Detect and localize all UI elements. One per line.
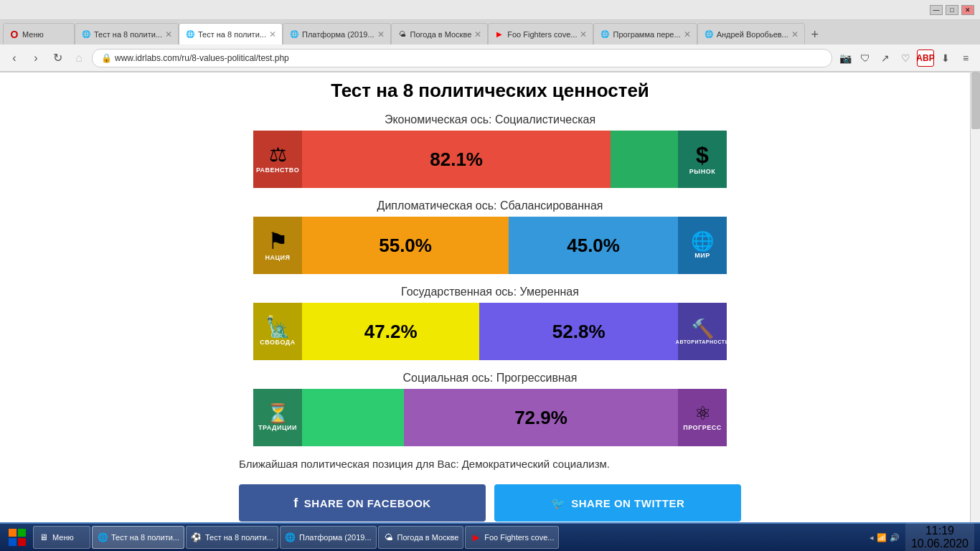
address-input[interactable]: 🔒 www.idrlabs.com/ru/8-values-political/… — [92, 49, 832, 67]
taskbar-test2-label: Тест на 8 полити... — [205, 533, 273, 542]
freedom-name: СВОБОДА — [260, 339, 296, 346]
tab-5[interactable]: ▶ Foo Fighters cove... ✕ — [488, 23, 593, 44]
reload-button[interactable]: ↻ — [49, 50, 66, 67]
opera-menu-tab[interactable]: O Меню — [3, 23, 75, 44]
taskbar-item-desktop[interactable]: 🖥 Меню — [33, 526, 90, 549]
nation-bar-segment: 55.0% — [302, 217, 509, 274]
progress-bar-segment: 72.9% — [404, 389, 678, 446]
taskbar-test1-label: Тест на 8 полити... — [111, 533, 179, 542]
tab-6[interactable]: 🌐 Программа пере... ✕ — [593, 23, 697, 44]
camera-icon[interactable]: 📷 — [837, 50, 854, 67]
progress-pct: 72.9% — [514, 407, 567, 429]
tab2-close[interactable]: ✕ — [269, 29, 276, 39]
tab-2-active[interactable]: 🌐 Тест на 8 полити... ✕ — [179, 23, 283, 44]
taskbar-right: ◂ 📶 🔊 11:19 10.06.2020 — [870, 523, 977, 551]
taskbar-item-platform[interactable]: 🌐 Платформа (2019... — [280, 526, 377, 549]
new-tab-button[interactable]: + — [805, 24, 825, 44]
progress-icon-box: ⚛ ПРОГРЕСС — [678, 389, 727, 446]
equality-symbol: ⚖ — [269, 145, 287, 165]
svg-rect-3 — [18, 538, 26, 546]
equality-name: РАВЕНСТВО — [256, 166, 299, 174]
share-facebook-button[interactable]: f SHARE ON FACEBOOK — [239, 484, 486, 522]
diplomatic-axis-label: Дипломатическая ось: Сбалансированная — [22, 199, 958, 212]
nation-name: НАЦИЯ — [265, 254, 290, 261]
tab5-close[interactable]: ✕ — [580, 29, 587, 39]
market-name: РЫНОК — [689, 168, 715, 175]
world-pct: 45.0% — [567, 235, 620, 257]
freedom-symbol: 🗽 — [265, 317, 291, 337]
authority-bar-segment: 52.8% — [479, 303, 678, 360]
download-icon[interactable]: ⬇ — [937, 50, 954, 67]
progress-name: ПРОГРЕСС — [683, 424, 721, 431]
page-content: Тест на 8 политических ценностей Экономи… — [0, 72, 980, 551]
close-button[interactable]: ✕ — [961, 5, 974, 15]
tab-1[interactable]: 🌐 Тест на 8 полити... ✕ — [75, 23, 179, 44]
tab1-favicon: 🌐 — [81, 29, 91, 39]
social-axis-label: Социальная ось: Прогрессивная — [22, 372, 958, 385]
scrollbar-track — [970, 72, 980, 551]
diplomatic-axis-section: Дипломатическая ось: Сбалансированная ⚑ … — [22, 199, 958, 274]
political-position-text: Ближайшая политическая позиция для Вас: … — [239, 458, 741, 470]
tab7-close[interactable]: ✕ — [791, 29, 798, 39]
start-button[interactable] — [3, 524, 32, 551]
state-axis-section: Государственная ось: Умеренная 🗽 СВОБОДА… — [22, 286, 958, 360]
tab6-favicon: 🌐 — [600, 29, 610, 39]
svg-rect-2 — [9, 538, 17, 546]
tab-4[interactable]: 🌤 Погода в Москве ✕ — [391, 23, 489, 44]
equality-pct: 82.1% — [430, 149, 483, 171]
shield-icon[interactable]: 🛡 — [857, 50, 874, 67]
authority-pct: 52.8% — [552, 321, 606, 343]
scrollbar-thumb[interactable] — [971, 72, 980, 129]
menu-icon[interactable]: ≡ — [957, 50, 974, 67]
taskbar-test1-icon: 🌐 — [97, 532, 108, 543]
tab7-favicon: 🌐 — [704, 29, 714, 39]
taskbar: 🖥 Меню 🌐 Тест на 8 полити... ⚽ Тест на 8… — [0, 522, 980, 551]
toolbar-icons: 📷 🛡 ↗ ♡ ABP ⬇ ≡ — [837, 50, 974, 67]
taskbar-video-label: Foo Fighters cove... — [484, 533, 554, 542]
nation-icon-box: ⚑ НАЦИЯ — [253, 217, 302, 274]
maximize-button[interactable]: □ — [946, 5, 958, 15]
tab3-close[interactable]: ✕ — [377, 29, 385, 39]
tab1-close[interactable]: ✕ — [165, 29, 172, 39]
share-twitter-label: SHARE ON TWITTER — [571, 497, 684, 509]
share-twitter-button[interactable]: 🐦 SHARE ON TWITTER — [494, 484, 741, 522]
taskbar-item-test2[interactable]: ⚽ Тест на 8 полити... — [186, 526, 278, 549]
forward-button[interactable]: › — [27, 50, 44, 67]
tab6-close[interactable]: ✕ — [684, 29, 691, 39]
minimize-button[interactable]: — — [930, 5, 943, 15]
title-bar-controls: — □ ✕ — [930, 5, 974, 15]
tab4-favicon: 🌤 — [397, 29, 407, 39]
taskbar-weather-icon: 🌤 — [383, 532, 395, 543]
twitter-icon: 🐦 — [551, 496, 566, 510]
opera-icon: O — [9, 29, 19, 39]
taskbar-item-video[interactable]: ▶ Foo Fighters cove... — [465, 526, 559, 549]
diplomatic-bar-inner: 55.0% 45.0% — [302, 217, 678, 274]
svg-rect-1 — [18, 529, 26, 537]
abp-icon[interactable]: ABP — [917, 50, 934, 67]
diplomatic-axis-bar: ⚑ НАЦИЯ 55.0% 45.0% 🌐 МИР — [253, 217, 727, 274]
tab-7[interactable]: 🌐 Андрей Воробьев... ✕ — [697, 23, 805, 44]
taskbar-test2-icon: ⚽ — [191, 532, 202, 543]
taskbar-item-weather[interactable]: 🌤 Погода в Москве — [378, 526, 464, 549]
world-name: МИР — [694, 252, 710, 259]
authority-icon-box: 🔨 АВТОРИТАРНОСТЬ — [678, 303, 727, 360]
back-button[interactable]: ‹ — [6, 50, 23, 67]
taskbar-platform-label: Платформа (2019... — [299, 533, 372, 542]
tab-3[interactable]: 🌐 Платформа (2019... ✕ — [283, 23, 391, 44]
market-bar-segment — [611, 131, 678, 188]
tab4-close[interactable]: ✕ — [474, 29, 481, 39]
tray-volume-icon: 🔊 — [890, 533, 900, 542]
tab2-favicon: 🌐 — [185, 29, 195, 39]
nation-pct: 55.0% — [379, 235, 432, 257]
world-icon-box: 🌐 МИР — [678, 217, 727, 274]
tray-arrow[interactable]: ◂ — [870, 533, 874, 542]
taskbar-item-test1[interactable]: 🌐 Тест на 8 полити... — [92, 526, 184, 549]
taskbar-clock[interactable]: 11:19 10.06.2020 — [905, 523, 974, 551]
share-icon[interactable]: ↗ — [877, 50, 894, 67]
tab6-label: Программа пере... — [613, 30, 680, 39]
tradition-name: ТРАДИЦИИ — [258, 424, 297, 431]
heart-icon[interactable]: ♡ — [897, 50, 914, 67]
taskbar-desktop-icon: 🖥 — [38, 532, 50, 543]
freedom-icon-box: 🗽 СВОБОДА — [253, 303, 302, 360]
state-axis-bar: 🗽 СВОБОДА 47.2% 52.8% 🔨 АВТОРИТАРНОСТЬ — [253, 303, 727, 360]
